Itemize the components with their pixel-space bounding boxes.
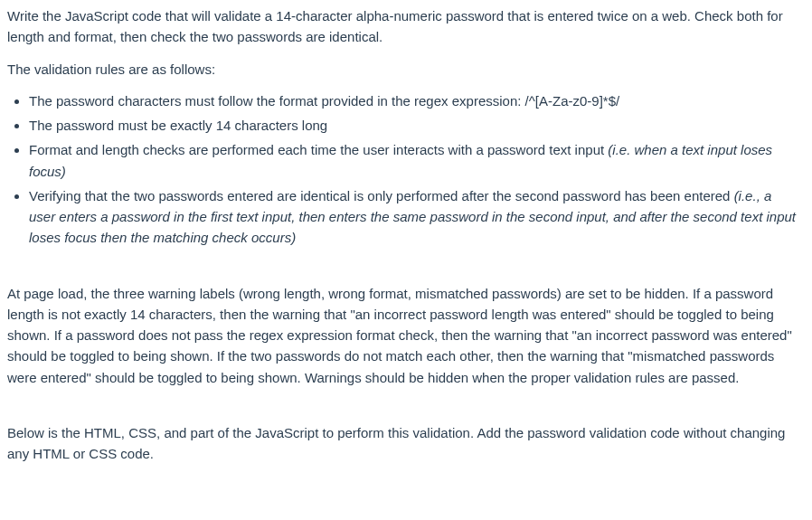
spacer — [7, 399, 799, 422]
list-item: Verifying that the two passwords entered… — [29, 185, 799, 249]
explanation-paragraph: At page load, the three warning labels (… — [7, 283, 799, 388]
rule-text: Format and length checks are performed e… — [29, 142, 608, 157]
rules-list: The password characters must follow the … — [7, 90, 799, 249]
intro-paragraph: Write the JavaScript code that will vali… — [7, 5, 799, 48]
list-item: Format and length checks are performed e… — [29, 139, 799, 182]
list-item: The password must be exactly 14 characte… — [29, 115, 799, 136]
rule-text: Verifying that the two passwords entered… — [29, 188, 734, 203]
spacer — [7, 260, 799, 283]
instruction-paragraph: Below is the HTML, CSS, and part of the … — [7, 422, 799, 465]
list-item: The password characters must follow the … — [29, 90, 799, 111]
rules-intro: The validation rules are as follows: — [7, 59, 799, 80]
